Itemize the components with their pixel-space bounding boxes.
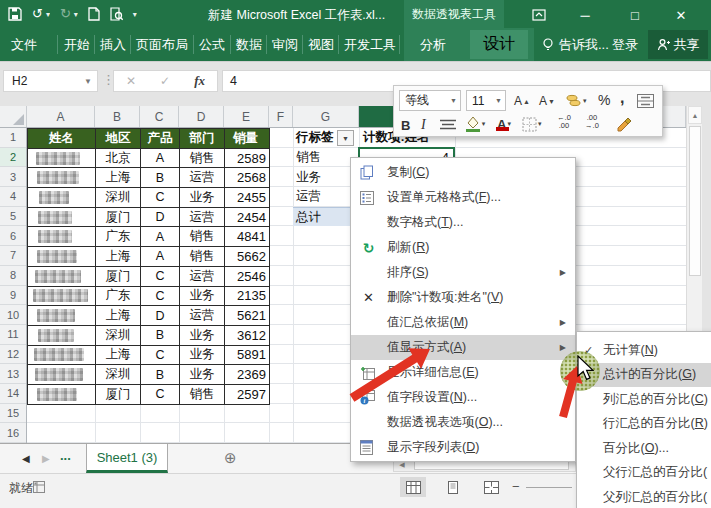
row-header[interactable]: 13 xyxy=(0,364,26,384)
cell[interactable]: 销售 xyxy=(180,227,225,247)
name-box[interactable]: H2 ▼ xyxy=(3,70,98,92)
cell[interactable]: 业务 xyxy=(180,365,225,385)
shrink-font-button[interactable]: A▼ xyxy=(539,91,555,111)
qat-customize-icon[interactable]: ▾ xyxy=(133,10,137,19)
cell[interactable]: 上海 xyxy=(96,247,141,267)
name-cell-censored[interactable] xyxy=(28,287,96,307)
cell[interactable]: 北京 xyxy=(96,149,141,169)
cell[interactable]: 运营 xyxy=(180,267,225,287)
cell[interactable]: C xyxy=(141,287,180,307)
menu-item-remove-count-field[interactable]: ✕ 删除"计数项:姓名"(V) xyxy=(351,285,575,310)
cell[interactable]: 业务 xyxy=(180,287,225,307)
name-cell-censored[interactable] xyxy=(28,346,96,366)
cell[interactable]: C xyxy=(141,346,180,366)
pivot-row-label[interactable]: 业务 xyxy=(296,167,356,187)
row-header[interactable]: 9 xyxy=(0,286,26,306)
fill-color-button[interactable]: ▾ xyxy=(464,114,486,134)
undo-dropdown-icon[interactable]: ▾ xyxy=(46,10,50,19)
grow-font-button[interactable]: A▲ xyxy=(514,91,530,111)
row-header[interactable]: 7 xyxy=(0,246,26,266)
cell[interactable]: C xyxy=(141,385,180,405)
ribbon-display-options-icon[interactable] xyxy=(524,6,554,24)
cell[interactable]: 广东 xyxy=(96,227,141,247)
cell[interactable]: B xyxy=(141,326,180,346)
cell[interactable]: 运营 xyxy=(180,306,225,326)
tab-page-layout[interactable]: 页面布局 xyxy=(136,28,188,61)
submenu-item-percent-of-parent-row[interactable]: 父行汇总的百分比( xyxy=(577,461,711,486)
row-header[interactable]: 1 xyxy=(0,128,26,148)
name-cell-censored[interactable] xyxy=(28,365,96,385)
row-header-active[interactable]: 2 xyxy=(0,148,26,168)
font-name-select[interactable]: 等线 ▼ xyxy=(399,90,461,111)
column-header-d[interactable]: D xyxy=(179,106,224,127)
bold-button[interactable]: B xyxy=(401,115,410,135)
name-cell-censored[interactable] xyxy=(28,188,96,208)
menu-item-sort[interactable]: 排序(S) ▶ xyxy=(351,260,575,285)
increase-decimal-button[interactable]: .00→.0 xyxy=(580,114,604,134)
cell[interactable]: 3612 xyxy=(225,326,270,346)
cell[interactable]: D xyxy=(141,208,180,228)
more-sheets-icon[interactable]: ... xyxy=(60,448,71,463)
name-box-dropdown-icon[interactable]: ▼ xyxy=(84,77,92,86)
name-cell-censored[interactable] xyxy=(28,267,96,287)
accounting-format-icon[interactable]: ▾ xyxy=(566,91,587,111)
undo-button[interactable]: ↺ xyxy=(32,4,43,24)
pivot-row-label[interactable]: 运营 xyxy=(296,187,356,207)
name-cell-censored[interactable] xyxy=(28,385,96,405)
vertical-scroll-thumb[interactable] xyxy=(689,126,701,276)
cell[interactable]: 2369 xyxy=(225,365,270,385)
row-header[interactable]: 16 xyxy=(0,423,26,443)
column-header-c[interactable]: C xyxy=(140,106,179,127)
cell[interactable]: 业务 xyxy=(180,188,225,208)
cell[interactable]: 销售 xyxy=(180,247,225,267)
row-header[interactable]: 10 xyxy=(0,305,26,325)
cell[interactable]: B xyxy=(141,168,180,188)
normal-view-icon[interactable] xyxy=(400,477,426,497)
cell[interactable]: D xyxy=(141,306,180,326)
tab-formulas[interactable]: 公式 xyxy=(199,28,225,61)
cell[interactable]: 2597 xyxy=(225,385,270,405)
column-header-a[interactable]: A xyxy=(27,106,95,127)
cell[interactable]: A xyxy=(141,227,180,247)
macro-record-icon[interactable] xyxy=(33,481,45,493)
cell[interactable]: 运营 xyxy=(180,168,225,188)
tab-file[interactable]: 文件 xyxy=(11,28,37,61)
submenu-item-percent-of[interactable]: 百分比(O)... xyxy=(577,436,711,461)
menu-item-show-values-as[interactable]: 值显示方式(A) ▶ xyxy=(351,335,575,360)
cell[interactable]: 2135 xyxy=(225,287,270,307)
header-cell[interactable]: 产品 xyxy=(141,129,180,149)
font-color-button[interactable]: A ▾ xyxy=(494,114,514,134)
pivot-total-label[interactable]: 总计 xyxy=(296,208,356,228)
cell[interactable]: 厦门 xyxy=(96,267,141,287)
percent-style-button[interactable]: % xyxy=(598,90,610,110)
cell[interactable]: 深圳 xyxy=(96,326,141,346)
tab-data[interactable]: 数据 xyxy=(236,28,262,61)
menu-item-summarize-values-by[interactable]: 值汇总依据(M) ▶ xyxy=(351,310,575,335)
close-button[interactable]: ✕ xyxy=(666,6,696,24)
cell[interactable]: 深圳 xyxy=(96,365,141,385)
prev-sheet-icon[interactable]: ◀ xyxy=(22,453,30,464)
cell[interactable]: 上海 xyxy=(96,168,141,188)
format-painter-icon[interactable] xyxy=(616,114,633,134)
cell[interactable]: 运营 xyxy=(180,208,225,228)
cell[interactable]: 厦门 xyxy=(96,385,141,405)
cell[interactable]: 5621 xyxy=(225,306,270,326)
scroll-up-icon[interactable]: ▲ xyxy=(688,106,702,124)
sheet-tab[interactable]: Sheet1 (3) xyxy=(86,444,168,473)
name-cell-censored[interactable] xyxy=(28,306,96,326)
cell[interactable]: A xyxy=(141,247,180,267)
borders-button[interactable]: ▾ xyxy=(522,115,542,133)
column-header-e[interactable]: E xyxy=(224,106,269,127)
minimize-button[interactable]: ─ xyxy=(570,6,600,24)
row-header[interactable]: 8 xyxy=(0,266,26,286)
sign-in-button[interactable]: 登录 xyxy=(612,28,638,61)
add-sheet-icon[interactable]: ⊕ xyxy=(224,449,237,467)
menu-item-copy[interactable]: 复制(C) xyxy=(351,160,575,185)
tell-me-tab[interactable]: 告诉我... xyxy=(542,28,609,61)
cell[interactable]: C xyxy=(141,267,180,287)
column-header-g[interactable]: G xyxy=(293,106,359,127)
name-cell-censored[interactable] xyxy=(28,168,96,188)
cell[interactable]: C xyxy=(141,188,180,208)
pivot-row-label-header[interactable]: 行标签 xyxy=(296,128,336,148)
menu-item-show-details[interactable]: 显示详细信息(E) xyxy=(351,360,575,385)
